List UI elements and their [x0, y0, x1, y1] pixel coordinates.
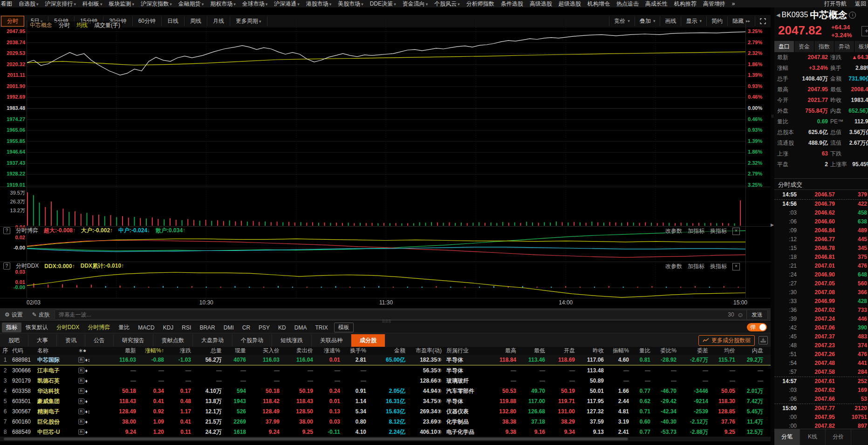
- param-button-2[interactable]: 换指标: [710, 263, 727, 270]
- tick-row[interactable]: :122046.77445: [774, 235, 868, 244]
- tick-row[interactable]: 15:002047.772120: [774, 404, 868, 413]
- tab-公告[interactable]: 公告: [85, 334, 114, 347]
- indicator-BRAR[interactable]: BRAR: [195, 324, 219, 332]
- tick-row[interactable]: :482047.23374: [774, 341, 868, 350]
- tab-短线涨跌[interactable]: 短线涨跌: [272, 334, 312, 347]
- tab-成分股[interactable]: 成分股: [351, 334, 385, 347]
- table-row[interactable]: 3920179凯德石英R♦—————————128.66③玻璃玻纤———50.8…: [0, 376, 771, 386]
- tick-row[interactable]: 14:562046.79422: [774, 199, 868, 209]
- tick-row[interactable]: :182046.81375: [774, 253, 868, 262]
- menu-item-9[interactable]: 沪深港通▾: [274, 0, 300, 7]
- quote-tab-盘口[interactable]: 盘口: [774, 41, 794, 52]
- menu-item-4[interactable]: 板块监测▾: [109, 0, 135, 7]
- splitter-drag-handle[interactable]: ⠿⠿⠿: [382, 319, 391, 324]
- close-icon[interactable]: ×: [732, 263, 740, 270]
- indicator-KD[interactable]: KD: [274, 324, 290, 332]
- menu-item-10[interactable]: 港股市场▾: [306, 0, 332, 7]
- table-row[interactable]: 6300567精测电子R♦↕128.490.921.1712.1万526128.…: [0, 406, 771, 417]
- close-icon[interactable]: ×: [732, 228, 740, 235]
- tick-row[interactable]: :212047.01476: [774, 262, 868, 270]
- menu-item-18[interactable]: 超级选股: [559, 0, 581, 7]
- menu-item-15[interactable]: 分析师指数: [466, 0, 494, 7]
- info-icon[interactable]: i: [849, 12, 856, 19]
- bottom-tab-K线[interactable]: K线: [800, 429, 826, 445]
- back-arrow-icon[interactable]: ◀: [776, 12, 780, 18]
- help-icon[interactable]: ?: [3, 263, 10, 270]
- menu-item-0[interactable]: 看图: [1, 0, 12, 7]
- indicator-分时DDX[interactable]: 分时DDX: [52, 323, 83, 332]
- column-header-涨速%[interactable]: 涨速%: [316, 347, 343, 355]
- tick-row[interactable]: :512047.26476: [774, 350, 868, 359]
- tab-研究报告[interactable]: 研究报告: [114, 334, 153, 347]
- tick-row[interactable]: :062046.60638: [774, 217, 868, 226]
- menu-item-11[interactable]: 美股市场▾: [338, 0, 363, 7]
- bottom-tab-分笔[interactable]: 分笔: [774, 429, 800, 445]
- indicator-CR[interactable]: CR: [238, 324, 254, 332]
- tick-row[interactable]: :572047.58284: [774, 368, 868, 377]
- column-header-涨跌[interactable]: 涨跌: [167, 347, 194, 355]
- column-header-市盈率(动)[interactable]: 市盈率(动): [408, 347, 444, 355]
- tick-row[interactable]: :272047.05560: [774, 279, 868, 288]
- quote-tab-异动[interactable]: 异动: [834, 41, 854, 52]
- tick-row[interactable]: :452047.37483: [774, 332, 868, 341]
- column-header-最新[interactable]: 最新: [99, 347, 139, 355]
- indicator-分时博弈[interactable]: 分时博弈: [83, 323, 114, 332]
- quote-tab-板块[interactable]: 板块: [854, 41, 868, 52]
- table-row[interactable]: 5603501豪威集团R♦118.430.410.4813.8万1943118.…: [0, 396, 771, 406]
- column-header-总量[interactable]: 总量: [194, 347, 225, 355]
- indicator-MACD[interactable]: MACD: [134, 324, 158, 332]
- column-header-icons[interactable]: ∗●: [76, 347, 99, 355]
- tab-股吧[interactable]: 股吧: [0, 334, 28, 347]
- column-header-换手%[interactable]: 换手%: [343, 347, 369, 355]
- column-header-最低[interactable]: 最低: [519, 347, 548, 355]
- column-header-名称[interactable]: 名称: [35, 347, 76, 355]
- tab-个股异动[interactable]: 个股异动: [232, 334, 272, 347]
- tick-row[interactable]: :002047.9510751: [774, 413, 868, 422]
- param-button-0[interactable]: 改参数: [665, 227, 682, 235]
- param-button-0[interactable]: 改参数: [665, 263, 682, 270]
- tab-大事[interactable]: 大事: [28, 334, 57, 347]
- menu-item-7[interactable]: 期权市场▾: [210, 0, 236, 7]
- column-header-振幅%[interactable]: 振幅%: [607, 347, 632, 355]
- column-header-最高[interactable]: 最高: [488, 347, 519, 355]
- column-header-涨幅%↑[interactable]: 涨幅%↑: [139, 347, 167, 355]
- menu-item-23[interactable]: 高管增持: [703, 0, 725, 7]
- param-button-2[interactable]: 换指标: [710, 227, 727, 235]
- menu-item-6[interactable]: 金融期货▾: [178, 0, 204, 7]
- table-row[interactable]: 1688981中芯国际R♦↕116.03-0.88-1.0356.2万40761…: [0, 355, 771, 365]
- column-header-量比[interactable]: 量比: [632, 347, 653, 355]
- skin-button[interactable]: ✎ 皮肤: [32, 311, 50, 319]
- column-header-委差[interactable]: 委差: [679, 347, 711, 355]
- table-row[interactable]: 7600160巨化股份R♦38.001.090.4121.5万226937.99…: [0, 417, 771, 427]
- column-header-金额[interactable]: 金额: [369, 347, 408, 355]
- menu-item-22[interactable]: 机构推荐: [674, 0, 697, 7]
- tick-row[interactable]: :302047.08366: [774, 288, 868, 297]
- indicator-恢复默认[interactable]: 恢复默认: [21, 323, 52, 332]
- tick-row[interactable]: :392047.24446: [774, 315, 868, 324]
- menu-item-3[interactable]: 科创板▾: [82, 0, 103, 7]
- column-header-内盘[interactable]: 内盘: [738, 347, 766, 355]
- menu-item-20[interactable]: 热点追击: [616, 0, 639, 7]
- column-header-卖出价[interactable]: 卖出价: [282, 347, 316, 355]
- emoji-icon[interactable]: ☺: [737, 311, 744, 318]
- bottom-tab-分价[interactable]: 分价: [826, 429, 851, 445]
- tick-row[interactable]: 14:572047.61252: [774, 377, 868, 386]
- tick-row[interactable]: :152046.78345: [774, 244, 868, 253]
- horizontal-scrollbar[interactable]: [0, 437, 771, 441]
- tick-row[interactable]: :422047.06390: [774, 324, 868, 332]
- tick-row[interactable]: :032046.62458: [774, 209, 868, 217]
- table-row[interactable]: 8688549中巨芯-UR♦9.241.200.1124.2万16189.249…: [0, 427, 771, 437]
- indicator-RSI[interactable]: RSI: [178, 324, 195, 332]
- menu-item-5[interactable]: 沪深京指数▾: [141, 0, 172, 7]
- menu-item-2[interactable]: 沪深京排行▾: [45, 0, 76, 7]
- tick-row[interactable]: :092046.84489: [774, 226, 868, 235]
- column-header-序[interactable]: 序: [0, 347, 10, 355]
- column-header-买入价[interactable]: 买入价: [249, 347, 282, 355]
- tick-list[interactable]: 14:552046.5737914:562046.79422:032046.62…: [774, 190, 868, 429]
- indicator-PSY[interactable]: PSY: [254, 324, 274, 332]
- menu-item-19[interactable]: 机构增仓: [588, 0, 610, 7]
- menu-right-1[interactable]: 返回: [855, 0, 866, 7]
- send-button[interactable]: 发送: [746, 310, 767, 319]
- tick-row[interactable]: :362047.02733: [774, 306, 868, 315]
- settings-button[interactable]: ⚙ 设置: [5, 311, 23, 319]
